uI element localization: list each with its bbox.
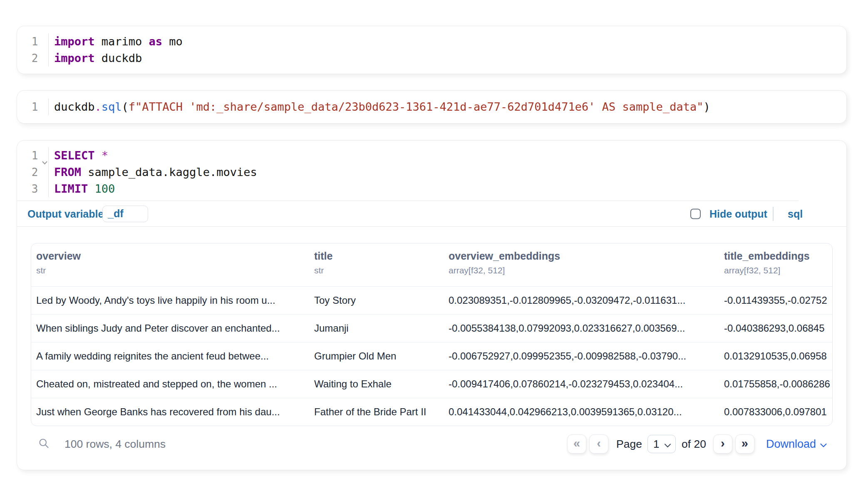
line-number: 1	[17, 33, 48, 50]
cell-overview: Led by Woody, Andy's toys live happily i…	[36, 295, 314, 306]
code-line: FROM sample_data.kaggle.movies	[54, 164, 846, 181]
row-count-summary: 100 rows, 4 columns	[64, 438, 166, 451]
code-editor-cell-3[interactable]: SELECT * FROM sample_data.kaggle.movies …	[48, 147, 847, 197]
cell-overview-embeddings: -0.006752927,0.099952355,-0.009982588,-0…	[449, 350, 724, 362]
options-divider	[773, 207, 774, 221]
code-line: import duckdb	[54, 50, 846, 67]
line-number-gutter: 1 2	[17, 33, 48, 67]
line-number: 1	[17, 147, 48, 164]
code-token: mo	[162, 35, 183, 48]
code-line: LIMIT 100	[54, 181, 846, 197]
column-header-overview[interactable]: overview str	[36, 250, 314, 286]
table-row: Led by Woody, Andy's toys live happily i…	[31, 286, 832, 314]
chevron-down-icon	[664, 438, 671, 451]
cell-overview-embeddings: 0.023089351,-0.012809965,-0.03209472,-0.…	[449, 295, 724, 306]
table-row: Cheated on, mistreated and stepped on, t…	[31, 370, 832, 398]
next-page-button[interactable]: ›	[713, 434, 732, 454]
cell-options-row: Output variable: Hide output sql	[17, 201, 846, 226]
code-token: )	[704, 100, 710, 113]
code-line: duckdb.sql(f"ATTACH 'md:_share/sample_da…	[54, 99, 846, 115]
page-select[interactable]: 1	[647, 435, 676, 453]
code-token: FROM	[54, 166, 81, 179]
hide-output-checkbox[interactable]	[690, 208, 701, 219]
page-total-label: of 20	[682, 438, 706, 451]
table-footer: 100 rows, 4 columns « ‹ Page 1 of 20 › »…	[17, 432, 846, 456]
column-header-title-embeddings[interactable]: title_embeddings array[f32, 512]	[724, 250, 832, 286]
search-icon[interactable]	[38, 437, 50, 451]
cell-title: Jumanji	[314, 322, 449, 334]
last-page-icon: »	[742, 436, 748, 450]
cell-overview: A family wedding reignites the ancient f…	[36, 350, 314, 362]
line-number: 1	[17, 99, 48, 115]
pagination: « ‹ Page 1 of 20 › » Download	[567, 434, 827, 454]
first-page-icon: «	[573, 436, 580, 450]
page-label: Page	[616, 438, 642, 451]
prev-page-button[interactable]: ‹	[589, 434, 608, 454]
download-label: Download	[766, 438, 816, 451]
code-token: sample_data.kaggle.movies	[81, 166, 257, 179]
column-type: str	[314, 265, 449, 275]
code-editor-cell-2[interactable]: duckdb.sql(f"ATTACH 'md:_share/sample_da…	[48, 99, 847, 115]
code-line: import marimo as mo	[54, 33, 846, 50]
column-header-overview-embeddings[interactable]: overview_embeddings array[f32, 512]	[449, 250, 724, 286]
line-number: 2	[17, 50, 48, 67]
output-variable-input[interactable]	[102, 206, 148, 222]
language-toggle-sql[interactable]: sql	[788, 208, 803, 220]
column-name: title	[314, 250, 449, 262]
cell-overview-embeddings: -0.0055384138,0.07992093,0.023316627,0.0…	[449, 322, 724, 334]
cell-overview-embeddings: -0.009417406,0.07860214,-0.023279453,0.0…	[449, 378, 724, 390]
cell-title: Father of the Bride Part II	[314, 406, 449, 418]
cell-title-embeddings: 0.0132910535,0.06958	[724, 350, 832, 362]
result-table: overview str title str overview_embeddin…	[31, 243, 833, 426]
code-token: .	[95, 100, 102, 113]
column-header-title[interactable]: title str	[314, 250, 449, 286]
cell-title: Grumpier Old Men	[314, 350, 449, 362]
hide-output-label[interactable]: Hide output	[709, 208, 767, 220]
cell-overview: Cheated on, mistreated and stepped on, t…	[36, 378, 314, 390]
line-number: 2	[17, 164, 48, 181]
prev-page-icon: ‹	[597, 436, 601, 450]
cell-title-embeddings: 0.01755858,-0.0086286	[724, 378, 832, 390]
last-page-button[interactable]: »	[735, 434, 754, 454]
code-token: as	[149, 35, 163, 48]
cell-title: Waiting to Exhale	[314, 378, 449, 390]
code-cell-1: 1 2 import marimo as mo import duckdb	[17, 26, 847, 74]
page-select-value: 1	[653, 438, 659, 451]
cell-overview-embeddings: 0.041433044,0.042966213,0.0039591365,0.0…	[449, 406, 724, 418]
output-divider	[17, 226, 846, 227]
output-variable-label: Output variable:	[27, 208, 107, 220]
table-row: When siblings Judy and Peter discover an…	[31, 314, 832, 342]
download-button[interactable]: Download	[766, 438, 827, 451]
column-type: array[f32, 512]	[724, 265, 832, 275]
code-token: duckdb	[54, 100, 95, 113]
cell-overview: When siblings Judy and Peter discover an…	[36, 322, 314, 334]
cell-overview: Just when George Banks has recovered fro…	[36, 406, 314, 418]
code-token	[88, 182, 94, 195]
code-line: SELECT *	[54, 147, 846, 164]
column-name: overview	[36, 250, 314, 262]
first-page-button[interactable]: «	[567, 434, 586, 454]
code-editor-cell-1[interactable]: import marimo as mo import duckdb	[48, 33, 847, 67]
column-name: overview_embeddings	[449, 250, 724, 262]
column-name: title_embeddings	[724, 250, 832, 262]
chevron-down-icon	[820, 438, 827, 451]
cell-title: Toy Story	[314, 295, 449, 306]
table-row: Just when George Banks has recovered fro…	[31, 398, 832, 426]
cell-title-embeddings: 0.007833006,0.097801	[724, 406, 832, 418]
code-token: *	[102, 149, 108, 162]
sql-cell: 1 2 3 SELECT * FROM sample_data.kaggle.m…	[17, 140, 847, 470]
cell-title-embeddings: -0.040386293,0.06845	[724, 322, 832, 334]
table-header-row: overview str title str overview_embeddin…	[31, 243, 832, 286]
next-page-icon: ›	[721, 436, 725, 450]
code-token: sql	[102, 100, 122, 113]
cell-title-embeddings: -0.011439355,-0.02752	[724, 295, 832, 306]
code-token: import	[54, 52, 95, 64]
code-token: import	[54, 35, 95, 48]
code-token: SELECT	[54, 149, 95, 162]
code-token	[95, 149, 102, 162]
table-row: A family wedding reignites the ancient f…	[31, 342, 832, 370]
code-token: LIMIT	[54, 182, 88, 195]
column-type: str	[36, 265, 314, 275]
line-number-gutter: 1	[17, 99, 48, 115]
column-type: array[f32, 512]	[449, 265, 724, 275]
